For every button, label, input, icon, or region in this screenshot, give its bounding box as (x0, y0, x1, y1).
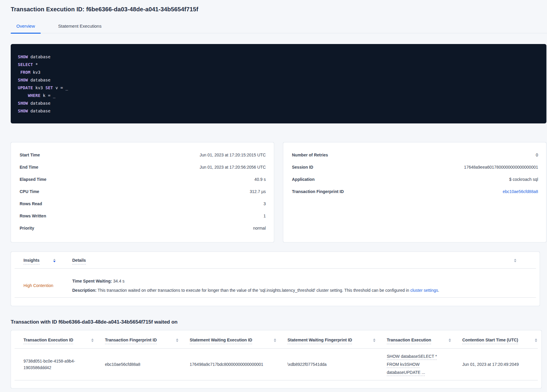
insights-column-header[interactable]: Insights (23, 258, 40, 264)
divider (15, 297, 536, 298)
sort-icon[interactable] (91, 338, 94, 342)
insights-table-header: Insights Details (11, 252, 540, 268)
stat-row-priority: Priority normal (20, 222, 266, 234)
stat-row-cpu-time: CPU Time 312.7 µs (20, 186, 266, 198)
table-row: 9738d051-bc0e-4158-a9b4-1903586ddd42 ebc… (11, 349, 541, 380)
stat-row-rows-read: Rows Read 3 (20, 198, 266, 210)
insight-type-label: High Contention (23, 283, 72, 288)
column-header-transaction-fingerprint-id[interactable]: Transaction Fingerprint ID (105, 338, 157, 344)
stat-label: Transaction Fingerprint ID (292, 188, 344, 195)
stat-value: 40.9 s (254, 176, 266, 183)
insight-row: High Contention Time Spent Waiting: 34.4… (11, 269, 540, 297)
execution-times-card: Start Time Jun 01, 2023 at 17:20:15:2015… (11, 142, 274, 242)
time-spent-waiting: Time Spent Waiting: 34.4 s (72, 278, 439, 284)
stat-value: 3 (263, 200, 266, 207)
page-title: Transaction Execution ID: f6be6366-da03-… (11, 0, 547, 13)
stat-row-rows-written: Rows Written 1 (20, 210, 266, 222)
sql-line: SHOW database (18, 107, 539, 115)
stat-value: 312.7 µs (250, 188, 266, 195)
sort-icon[interactable] (449, 338, 451, 342)
column-header-statement-waiting-execution-id[interactable]: Statement Waiting Execution ID (190, 338, 252, 344)
waited-on-table-header: Transaction Execution ID Transaction Fin… (11, 338, 541, 348)
waited-on-heading: Transaction with ID f6be6366-da03-48de-a… (11, 319, 547, 325)
sort-icon[interactable] (53, 259, 56, 262)
tab-bar: Overview Statement Executions (11, 21, 547, 33)
cell-statement-waiting-execution-id: 176498a9c717bdc80000000000000001 (190, 361, 287, 368)
stat-label: Number of Retries (292, 152, 328, 159)
stat-value: normal (253, 225, 266, 232)
sql-line: FROM kv3 (18, 68, 539, 76)
column-header-transaction-execution[interactable]: Transaction Execution (387, 338, 431, 344)
sql-statement-box: SHOW databaseSELECT * FROM kv3SHOW datab… (11, 44, 546, 123)
cell-transaction-fingerprint-id: ebc10ae56cfd88a8 (105, 361, 190, 368)
stat-row-transaction-fingerprint-id: Transaction Fingerprint ID ebc10ae56cfd8… (292, 186, 538, 198)
transaction-fingerprint-link[interactable]: ebc10ae56cfd88a8 (503, 188, 538, 195)
stat-row-application: Application $ cockroach sql (292, 173, 538, 186)
stat-label: Priority (20, 225, 34, 232)
column-header-statement-waiting-fingerprint-id[interactable]: Statement Waiting Fingerprint ID (287, 338, 352, 344)
transaction-execution-link[interactable]: SHOW databaseSELECT * FROM kv3SHOW datab… (387, 352, 437, 377)
sql-line: SELECT * (18, 61, 539, 68)
stat-row-elapsed-time: Elapsed Time 40.9 s (20, 173, 266, 186)
sort-icon[interactable] (514, 259, 516, 262)
sql-line: SHOW database (18, 99, 539, 107)
details-column-header[interactable]: Details (72, 258, 86, 264)
insight-description: Description: This transaction waited on … (72, 287, 439, 294)
stat-label: CPU Time (20, 188, 39, 195)
cell-statement-waiting-fingerprint-id: \xdb8922f077541dda (287, 361, 387, 368)
sort-icon[interactable] (373, 338, 375, 342)
stat-value: $ cockroach sql (509, 176, 538, 183)
stat-label: Application (292, 176, 315, 183)
column-header-contention-start-time[interactable]: Contention Start Time (UTC) (462, 338, 518, 344)
cell-transaction-execution: SHOW databaseSELECT * FROM kv3SHOW datab… (387, 352, 462, 377)
insights-card: Insights Details High Contention Time Sp… (11, 252, 540, 306)
tab-overview[interactable]: Overview (11, 21, 41, 33)
cell-transaction-execution-id: 9738d051-bc0e-4158-a9b4-1903586ddd42 (11, 358, 105, 371)
sort-icon[interactable] (535, 338, 537, 342)
stat-row-end-time: End Time Jun 01, 2023 at 17:20:56:2056 U… (20, 161, 266, 173)
stat-label: Rows Read (20, 200, 42, 207)
sql-line: UPDATE kv3 SET v = _ (18, 84, 539, 92)
stat-label: End Time (20, 164, 38, 171)
transaction-details-page: Transaction Execution ID: f6be6366-da03-… (0, 0, 547, 388)
stat-row-start-time: Start Time Jun 01, 2023 at 17:20:15:2015… (20, 149, 266, 161)
waited-on-table: Transaction Execution ID Transaction Fin… (11, 330, 542, 388)
stat-value: Jun 01, 2023 at 17:20:56:2056 UTC (199, 164, 266, 171)
stat-label: Start Time (20, 152, 40, 159)
session-details-card: Number of Retries 0 Session ID 17648a9ee… (283, 142, 546, 242)
sql-line: SHOW database (18, 53, 539, 61)
stat-label: Elapsed Time (20, 176, 46, 183)
stat-row-retries: Number of Retries 0 (292, 149, 538, 161)
summary-cards-row: Start Time Jun 01, 2023 at 17:20:15:2015… (11, 142, 546, 242)
cluster-settings-link[interactable]: cluster settings (410, 288, 438, 293)
stat-row-session-id: Session ID 17648a9eea6017800000000000000… (292, 161, 538, 173)
sort-icon[interactable] (274, 338, 276, 342)
sql-line: WHERE k = _ (18, 92, 539, 99)
column-header-transaction-execution-id[interactable]: Transaction Execution ID (23, 338, 73, 344)
cell-contention-start-time: Jun 01, 2023 at 17:20:49:2049 (462, 361, 541, 368)
stat-value: 0 (536, 152, 538, 159)
stat-label: Session ID (292, 164, 313, 171)
stat-value: Jun 01, 2023 at 17:20:15:2015 UTC (199, 152, 266, 159)
stat-label: Rows Written (20, 213, 46, 219)
tab-statement-executions[interactable]: Statement Executions (53, 21, 107, 33)
stat-value: 17648a9eea6017800000000000000001 (464, 164, 538, 171)
sort-icon[interactable] (176, 338, 178, 342)
sql-line: SHOW database (18, 76, 539, 84)
stat-value: 1 (263, 213, 266, 219)
